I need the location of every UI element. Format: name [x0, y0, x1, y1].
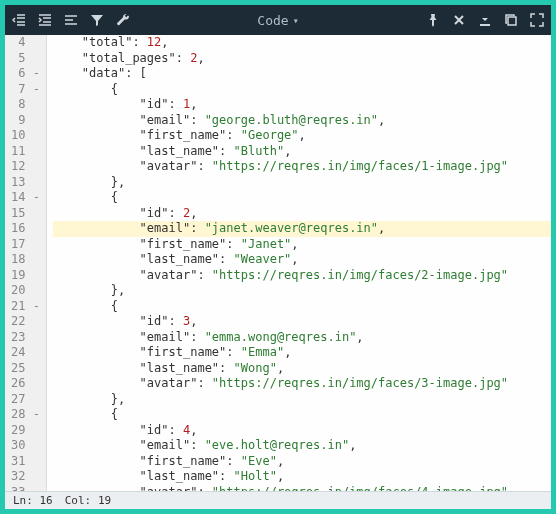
line-number: 6 - — [11, 66, 40, 82]
chevron-down-icon: ▾ — [293, 15, 299, 26]
mode-label: Code — [257, 13, 288, 28]
code-line[interactable]: "email": "janet.weaver@reqres.in", — [53, 221, 551, 237]
line-number: 28 - — [11, 407, 40, 423]
line-number: 32 — [11, 469, 40, 485]
line-number: 16 — [11, 221, 40, 237]
svg-rect-0 — [508, 17, 516, 25]
code-line[interactable]: { — [53, 82, 551, 98]
toolbar-right — [425, 12, 545, 28]
code-line[interactable]: "id": 2, — [53, 206, 551, 222]
code-line[interactable]: { — [53, 299, 551, 315]
indent-icon[interactable] — [37, 12, 53, 28]
pin-icon[interactable] — [425, 12, 441, 28]
code-line[interactable]: "id": 3, — [53, 314, 551, 330]
code-line[interactable]: }, — [53, 175, 551, 191]
code-line[interactable]: "first_name": "George", — [53, 128, 551, 144]
code-line[interactable]: "first_name": "Eve", — [53, 454, 551, 470]
line-number: 17 — [11, 237, 40, 253]
code-line[interactable]: "last_name": "Weaver", — [53, 252, 551, 268]
line-number: 19 — [11, 268, 40, 284]
line-number: 10 — [11, 128, 40, 144]
line-number: 23 — [11, 330, 40, 346]
outdent-icon[interactable] — [11, 12, 27, 28]
format-icon[interactable] — [63, 12, 79, 28]
line-number: 14 - — [11, 190, 40, 206]
code-line[interactable]: "last_name": "Holt", — [53, 469, 551, 485]
code-line[interactable]: { — [53, 407, 551, 423]
line-number: 24 — [11, 345, 40, 361]
code-line[interactable]: { — [53, 190, 551, 206]
expand-icon[interactable] — [529, 12, 545, 28]
line-number: 13 — [11, 175, 40, 191]
line-number: 30 — [11, 438, 40, 454]
copy-icon[interactable] — [503, 12, 519, 28]
line-number: 27 — [11, 392, 40, 408]
code-line[interactable]: }, — [53, 283, 551, 299]
code-line[interactable]: "total": 12, — [53, 35, 551, 51]
line-number-gutter: 4 5 6 - 7 - 8 9 10 11 12 13 14 -15 16 17… — [5, 35, 47, 491]
toolbar: Code ▾ — [5, 5, 551, 35]
code-line[interactable]: "last_name": "Wong", — [53, 361, 551, 377]
code-line[interactable]: "email": "eve.holt@reqres.in", — [53, 438, 551, 454]
code-line[interactable]: "data": [ — [53, 66, 551, 82]
editor-content[interactable]: 4 5 6 - 7 - 8 9 10 11 12 13 14 -15 16 17… — [5, 35, 551, 491]
line-number: 25 — [11, 361, 40, 377]
toolbar-left — [11, 12, 131, 28]
code-editor: Code ▾ 4 5 6 - 7 - 8 9 10 11 12 13 14 -1… — [5, 5, 551, 509]
line-number: 7 - — [11, 82, 40, 98]
line-number: 31 — [11, 454, 40, 470]
code-line[interactable]: "avatar": "https://reqres.in/img/faces/1… — [53, 159, 551, 175]
line-number: 22 — [11, 314, 40, 330]
line-number: 5 — [11, 51, 40, 67]
filter-icon[interactable] — [89, 12, 105, 28]
line-number: 11 — [11, 144, 40, 160]
code-line[interactable]: }, — [53, 392, 551, 408]
line-number: 20 — [11, 283, 40, 299]
code-line[interactable]: "email": "george.bluth@reqres.in", — [53, 113, 551, 129]
status-line: Ln: 16 — [13, 494, 53, 507]
line-number: 29 — [11, 423, 40, 439]
line-number: 21 - — [11, 299, 40, 315]
status-col: Col: 19 — [65, 494, 111, 507]
code-line[interactable]: "id": 4, — [53, 423, 551, 439]
line-number: 26 — [11, 376, 40, 392]
line-number: 4 — [11, 35, 40, 51]
code-line[interactable]: "last_name": "Bluth", — [53, 144, 551, 160]
code-line[interactable]: "avatar": "https://reqres.in/img/faces/2… — [53, 268, 551, 284]
code-area[interactable]: "total": 12, "total_pages": 2, "data": [… — [47, 35, 551, 491]
line-number: 8 — [11, 97, 40, 113]
line-number: 15 — [11, 206, 40, 222]
code-line[interactable]: "total_pages": 2, — [53, 51, 551, 67]
code-line[interactable]: "first_name": "Emma", — [53, 345, 551, 361]
close-icon[interactable] — [451, 12, 467, 28]
code-line[interactable]: "email": "emma.wong@reqres.in", — [53, 330, 551, 346]
line-number: 18 — [11, 252, 40, 268]
statusbar: Ln: 16 Col: 19 — [5, 491, 551, 509]
code-line[interactable]: "avatar": "https://reqres.in/img/faces/3… — [53, 376, 551, 392]
line-number: 12 — [11, 159, 40, 175]
wrench-icon[interactable] — [115, 12, 131, 28]
mode-selector[interactable]: Code ▾ — [131, 13, 425, 28]
code-line[interactable]: "first_name": "Janet", — [53, 237, 551, 253]
download-icon[interactable] — [477, 12, 493, 28]
line-number: 9 — [11, 113, 40, 129]
code-line[interactable]: "id": 1, — [53, 97, 551, 113]
